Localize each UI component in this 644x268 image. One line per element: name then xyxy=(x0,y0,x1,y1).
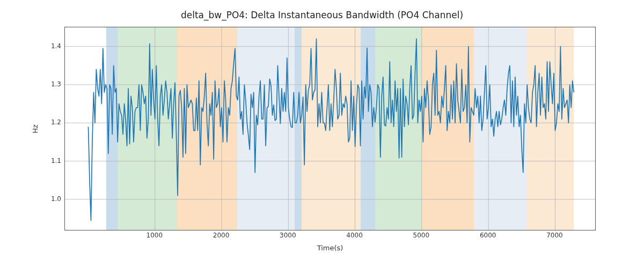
y-tick-label: 1.0 xyxy=(43,195,61,203)
x-tick-label: 6000 xyxy=(480,232,496,239)
figure: delta_bw_PO4: Delta Instantaneous Bandwi… xyxy=(0,0,644,268)
x-tick-label: 2000 xyxy=(213,232,230,239)
y-tick-label: 1.2 xyxy=(43,118,61,126)
x-tick-label: 5000 xyxy=(413,232,430,239)
plot-svg xyxy=(65,27,595,230)
y-axis-label: Hz xyxy=(30,27,40,230)
y-tick-label: 1.4 xyxy=(43,42,61,50)
x-tick-label: 1000 xyxy=(146,232,163,239)
y-tick-label: 1.1 xyxy=(43,157,61,165)
chart-title: delta_bw_PO4: Delta Instantaneous Bandwi… xyxy=(0,10,644,20)
y-tick-label: 1.3 xyxy=(43,80,61,88)
x-tick-label: 3000 xyxy=(280,232,296,239)
line-series xyxy=(89,39,574,220)
plot-area xyxy=(64,27,596,230)
x-axis-label: Time(s) xyxy=(64,244,596,252)
x-tick-label: 7000 xyxy=(546,232,563,239)
x-tick-label: 4000 xyxy=(346,232,363,239)
